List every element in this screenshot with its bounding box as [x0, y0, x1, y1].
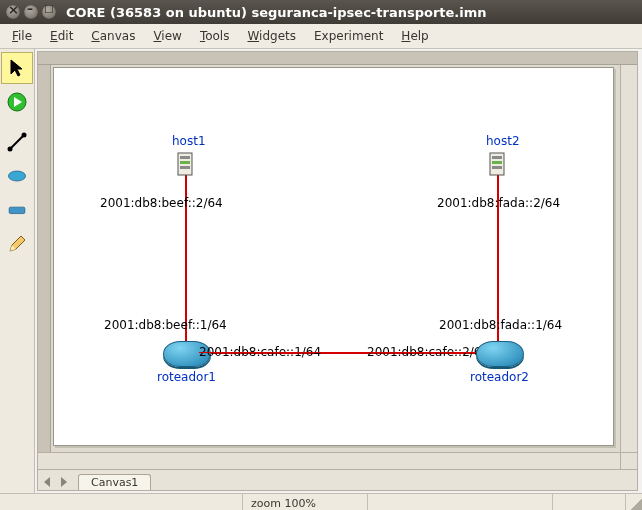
host1-node[interactable] — [172, 150, 202, 183]
tool-start[interactable] — [1, 86, 33, 118]
close-icon[interactable] — [6, 5, 20, 19]
roteador2-node[interactable] — [476, 341, 524, 367]
tool-select[interactable] — [1, 52, 33, 84]
ruler-top — [38, 52, 637, 65]
vertical-scrollbar[interactable] — [620, 65, 637, 452]
cursor-icon — [7, 58, 27, 78]
menubar: File Edit Canvas View Tools Widgets Expe… — [0, 24, 642, 49]
svg-point-4 — [8, 171, 25, 181]
svg-rect-11 — [492, 156, 502, 159]
svg-rect-8 — [180, 161, 190, 164]
maximize-icon[interactable] — [42, 5, 56, 19]
svg-rect-12 — [492, 161, 502, 164]
router-icon — [7, 166, 27, 186]
menu-tools-label: ools — [205, 29, 229, 43]
svg-rect-13 — [492, 166, 502, 169]
statusbar: zoom 100% — [0, 493, 642, 510]
scroll-corner — [620, 452, 637, 469]
menu-widgets-label: idgets — [259, 29, 296, 43]
menu-widgets[interactable]: Widgets — [239, 27, 304, 45]
menu-canvas[interactable]: Canvas — [83, 27, 143, 45]
left-toolbar — [0, 49, 35, 493]
status-zoom-label: zoom 100% — [251, 497, 316, 510]
status-cell-left — [0, 494, 243, 510]
canvas-page[interactable]: host1 2001:db8:beef::2/64 host2 — [51, 65, 620, 452]
minimize-icon[interactable] — [24, 5, 38, 19]
window-title: CORE (36583 on ubuntu) seguranca-ipsec-t… — [66, 5, 487, 20]
menu-experiment-label: Experiment — [314, 29, 383, 43]
router-icon — [476, 341, 524, 367]
status-cell-mid — [368, 494, 553, 510]
host2-addr: 2001:db8:fada::2/64 — [437, 196, 560, 210]
svg-rect-7 — [180, 156, 190, 159]
tab-prev-icon[interactable] — [40, 474, 56, 490]
switch-icon — [7, 200, 27, 220]
roteador2-label: roteador2 — [470, 370, 529, 384]
menu-tools[interactable]: Tools — [192, 27, 238, 45]
window-titlebar: CORE (36583 on ubuntu) seguranca-ipsec-t… — [0, 0, 642, 24]
r2-eth-left: 2001:db8:cafe::2/64 — [367, 345, 489, 359]
menu-edit[interactable]: Edit — [42, 27, 81, 45]
tab-next-icon[interactable] — [56, 474, 72, 490]
menu-view-label: iew — [161, 29, 182, 43]
host-icon — [484, 150, 514, 180]
menu-edit-label: dit — [58, 29, 74, 43]
menu-canvas-label: anvas — [100, 29, 136, 43]
status-cell-right — [553, 494, 626, 510]
tool-switch[interactable] — [1, 194, 33, 226]
host2-node[interactable] — [484, 150, 514, 183]
host1-addr: 2001:db8:beef::2/64 — [100, 196, 223, 210]
tool-router[interactable] — [1, 160, 33, 192]
play-icon — [7, 92, 27, 112]
menu-help[interactable]: Help — [393, 27, 436, 45]
tool-annotate[interactable] — [1, 228, 33, 260]
horizontal-scrollbar[interactable] — [38, 452, 620, 469]
svg-rect-9 — [180, 166, 190, 169]
canvas-tab-1-label: Canvas1 — [91, 476, 138, 489]
svg-line-1 — [10, 135, 24, 149]
canvas-tabstrip: Canvas1 — [38, 469, 637, 490]
r2-eth-up: 2001:db8:fada::1/64 — [439, 318, 562, 332]
menu-experiment[interactable]: Experiment — [306, 27, 391, 45]
menu-file[interactable]: File — [4, 27, 40, 45]
svg-rect-5 — [9, 207, 25, 213]
r1-eth-right: 2001:db8:cafe::1/64 — [199, 345, 321, 359]
svg-point-2 — [8, 147, 13, 152]
menu-help-label: elp — [410, 29, 428, 43]
roteador1-label: roteador1 — [157, 370, 216, 384]
r1-eth-up: 2001:db8:beef::1/64 — [104, 318, 227, 332]
tool-link[interactable] — [1, 126, 33, 158]
link-icon — [7, 132, 27, 152]
host2-label: host2 — [486, 134, 520, 148]
ruler-left — [38, 65, 51, 452]
menu-view[interactable]: View — [145, 27, 189, 45]
svg-point-3 — [22, 133, 27, 138]
menu-file-label: ile — [18, 29, 32, 43]
canvas-tab-1[interactable]: Canvas1 — [78, 474, 151, 490]
resize-grip-icon[interactable] — [626, 495, 642, 510]
pencil-icon — [7, 234, 27, 254]
status-zoom: zoom 100% — [243, 494, 368, 510]
host-icon — [172, 150, 202, 180]
host1-label: host1 — [172, 134, 206, 148]
canvas-area: host1 2001:db8:beef::2/64 host2 — [37, 51, 638, 491]
canvas-white: host1 2001:db8:beef::2/64 host2 — [53, 67, 614, 446]
